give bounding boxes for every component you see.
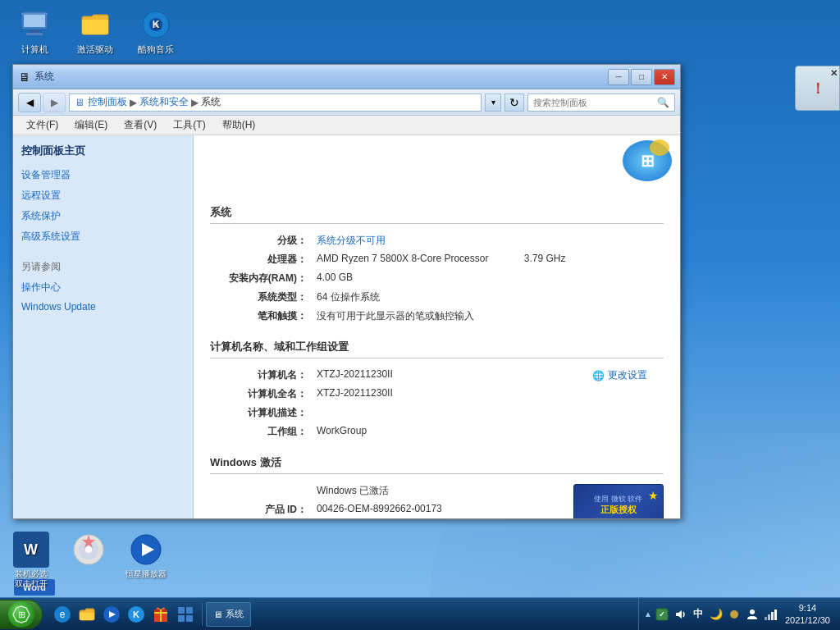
player-desktop-icon[interactable]: 恒星播放器 [119, 532, 172, 589]
svg-text:⊞: ⊞ [17, 609, 25, 619]
tray-dot-icon[interactable] [726, 606, 742, 623]
right-panel: ⊞ 系统 分级： 系统分级不可用 处理器： [194, 135, 680, 518]
tray-network-icon[interactable] [762, 606, 778, 623]
dvd-desktop-icon[interactable] [62, 532, 115, 589]
start-button[interactable]: ⊞ [0, 600, 43, 629]
maximize-button[interactable]: □ [631, 69, 652, 85]
device-manager-link[interactable]: 设备管理器 [21, 168, 185, 182]
product-id-label: 产品 ID： [210, 503, 317, 517]
tray-icon-1[interactable]: ✓ [654, 606, 670, 623]
quick-launch: e K [46, 603, 203, 626]
grid-quick-icon[interactable] [174, 603, 197, 626]
svg-rect-3 [30, 30, 39, 33]
menu-view[interactable]: 查看(V) [117, 116, 163, 134]
ram-value: 4.00 GB [317, 272, 664, 283]
svg-rect-38 [771, 612, 774, 620]
explorer-quick-icon[interactable] [75, 603, 98, 626]
ram-label: 安装内存(RAM)： [210, 272, 317, 285]
computer-name-label: 计算机名： [210, 368, 317, 382]
activation-badge-title: 使用 微软 软件 [594, 494, 642, 504]
window-icon: 🖥 [18, 71, 31, 84]
title-bar-left: 🖥 系统 [18, 70, 54, 84]
tray-ime-icon[interactable]: 中 [690, 606, 706, 623]
refresh-button[interactable]: ↻ [504, 94, 524, 112]
computer-desc-label: 计算机描述： [210, 406, 317, 420]
svg-rect-4 [26, 33, 43, 35]
svg-rect-39 [774, 609, 777, 620]
minimize-button[interactable]: ─ [608, 69, 629, 85]
breadcrumb-home-icon: 🖥 [75, 97, 84, 108]
svg-text:K: K [133, 609, 139, 619]
kugou-quick-icon[interactable]: K [125, 603, 148, 626]
computer-desc-row: 计算机描述： [210, 406, 664, 420]
title-bar: 🖥 系统 ─ □ ✕ [13, 65, 680, 89]
settings-globe-icon: 🌐 [592, 370, 605, 381]
music-desktop-icon[interactable]: K 酷狗音乐 [130, 8, 182, 55]
svg-point-11 [85, 546, 92, 553]
os-type-label: 系统类型： [210, 290, 317, 304]
back-button[interactable]: ◀ [18, 93, 41, 112]
breadcrumb-security[interactable]: 系统和安全 [139, 95, 189, 109]
menu-edit[interactable]: 编辑(E) [68, 116, 114, 134]
address-dropdown[interactable]: ▾ [485, 94, 501, 112]
activation-section: Windows 已激活 产品 ID： 00426-OEM-8992662-001… [210, 484, 664, 518]
music-desktop-label: 酷狗音乐 [130, 44, 182, 55]
computer-fullname-row: 计算机全名： XTZJ-20211230II [210, 387, 664, 401]
desktop: 计算机 激活驱动 K 酷狗音乐 Word [0, 0, 840, 630]
close-button[interactable]: ✕ [654, 69, 675, 85]
tray-moon-icon[interactable]: 🌙 [708, 606, 724, 623]
install-desktop-icon[interactable]: W 装机必选双击打开 [4, 532, 57, 589]
activate-desktop-icon[interactable]: 激活驱动 [69, 8, 121, 55]
forward-button[interactable]: ▶ [43, 93, 66, 112]
advanced-settings-link[interactable]: 高级系统设置 [21, 230, 185, 244]
address-path[interactable]: 🖥 控制面板 ▶ 系统和安全 ▶ 系统 [69, 94, 482, 112]
system-taskbar-item[interactable]: 🖥 系统 [206, 602, 251, 627]
media-quick-icon[interactable] [100, 603, 123, 626]
section-activation-title: Windows 激活 [210, 455, 664, 474]
change-settings-link[interactable]: 🌐 更改设置 [592, 368, 647, 382]
gift-quick-icon[interactable] [149, 603, 172, 626]
player-icon-image [128, 532, 164, 568]
address-bar: ◀ ▶ 🖥 控制面板 ▶ 系统和安全 ▶ 系统 ▾ ↻ 🔍 [13, 89, 680, 116]
svg-rect-1 [24, 14, 45, 27]
dvd-icon-image [71, 532, 107, 568]
ie-exclamation: ！ [810, 79, 825, 98]
svg-point-35 [750, 609, 755, 614]
action-center-link[interactable]: 操作中心 [21, 281, 185, 294]
tray-user-icon[interactable] [744, 606, 760, 623]
activate-icon-image [79, 8, 112, 41]
rating-label: 分级： [210, 234, 317, 248]
system-protection-link[interactable]: 系统保护 [21, 209, 185, 223]
product-id-value: 00426-OEM-8992662-00173 [317, 503, 553, 514]
svg-text:✓: ✓ [659, 610, 665, 619]
clock[interactable]: 9:14 2021/12/30 [780, 602, 835, 626]
clock-date: 2021/12/30 [785, 614, 830, 626]
search-input[interactable] [533, 98, 657, 107]
rating-value[interactable]: 系统分级不可用 [317, 234, 664, 248]
menu-help[interactable]: 帮助(H) [216, 116, 262, 134]
install-icon-image: W [13, 532, 49, 568]
windows-update-link[interactable]: Windows Update [21, 301, 185, 313]
breadcrumb-arrow-1: ▶ [130, 97, 137, 108]
svg-rect-36 [765, 617, 767, 620]
activation-badge-area: ★ 使用 微软 软件 正版授权 安全 稳定 声誉 联机了解更多内容... [565, 484, 664, 518]
computer-desktop-icon[interactable]: 计算机 [8, 8, 61, 55]
ie-notification-bar[interactable]: ！ ✕ [795, 66, 840, 111]
cpu-label: 处理器： [210, 253, 317, 267]
section-system-title: 系统 [210, 205, 664, 224]
remote-settings-link[interactable]: 远程设置 [21, 189, 185, 203]
search-icon[interactable]: 🔍 [657, 97, 669, 108]
tray-icon-volume[interactable] [672, 606, 688, 623]
ie-quick-icon[interactable]: e [51, 603, 74, 626]
menu-tools[interactable]: 工具(T) [167, 116, 212, 134]
ie-close-icon[interactable]: ✕ [830, 68, 838, 79]
title-buttons: ─ □ ✕ [608, 69, 675, 85]
pen-value: 没有可用于此显示器的笔或触控输入 [317, 309, 664, 323]
tray-arrow[interactable]: ▲ [644, 609, 652, 619]
computer-fullname-label: 计算机全名： [210, 387, 317, 401]
rating-row: 分级： 系统分级不可用 [210, 234, 664, 248]
pen-row: 笔和触摸： 没有可用于此显示器的笔或触控输入 [210, 309, 664, 323]
activate-desktop-label: 激活驱动 [69, 44, 121, 55]
breadcrumb-control-panel[interactable]: 控制面板 [88, 95, 127, 109]
menu-file[interactable]: 文件(F) [20, 116, 65, 134]
